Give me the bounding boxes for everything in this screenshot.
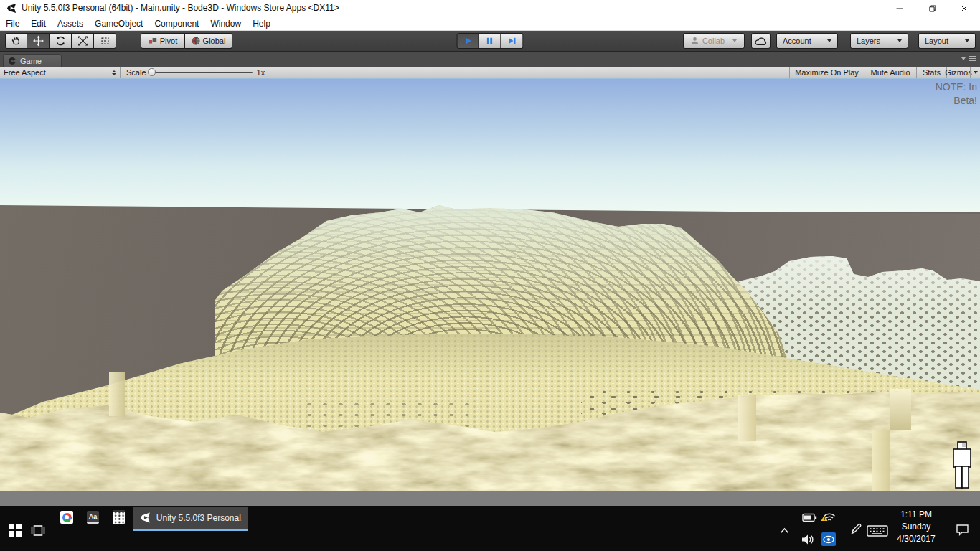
unity-taskbar-item[interactable]: Unity 5.5.0f3 Personal...	[133, 507, 248, 531]
menu-window[interactable]: Window	[204, 17, 247, 31]
transform-tools	[5, 33, 116, 49]
layers-dropdown[interactable]: Layers	[850, 33, 908, 49]
minimize-button[interactable]	[883, 0, 915, 17]
action-center-button[interactable]	[955, 523, 970, 540]
close-button[interactable]	[948, 0, 980, 17]
move-tool-button[interactable]	[27, 33, 50, 49]
menu-edit[interactable]: Edit	[25, 17, 52, 31]
account-dropdown[interactable]: Account	[776, 33, 838, 49]
scale-label: Scale	[126, 68, 146, 77]
global-icon	[192, 37, 200, 45]
game-view-icon	[8, 57, 17, 65]
game-viewport[interactable]: NOTE: In Beta!	[0, 79, 980, 491]
menu-gameobject[interactable]: GameObject	[89, 17, 149, 31]
gizmos-button[interactable]: Gizmos	[946, 67, 970, 78]
scale-slider-knob[interactable]	[148, 68, 156, 76]
cloud-group	[751, 33, 771, 49]
gizmos-caret-button[interactable]	[970, 67, 980, 78]
layout-label: Layout	[925, 37, 948, 45]
scale-tool-button[interactable]	[72, 33, 94, 49]
eye-care-tray-icon[interactable]	[821, 532, 836, 546]
rotate-tool-button[interactable]	[50, 33, 72, 49]
network-indicator[interactable]	[821, 510, 837, 526]
clock-date: 4/30/2017	[891, 533, 941, 545]
sky-gradient	[0, 79, 980, 212]
sand-block	[872, 430, 890, 491]
step-icon	[507, 36, 517, 46]
pen-icon	[849, 522, 863, 536]
battery-indicator[interactable]	[802, 512, 817, 525]
rect-tool-icon	[99, 35, 111, 47]
task-view-icon	[30, 524, 46, 537]
tab-game-label: Game	[20, 57, 42, 65]
play-icon	[463, 36, 473, 46]
sand-block	[890, 389, 911, 430]
eye-icon	[823, 535, 834, 544]
layers-caret-icon	[897, 39, 902, 42]
global-label: Global	[203, 37, 226, 45]
menu-assets[interactable]: Assets	[52, 17, 89, 31]
speaker-icon	[801, 533, 816, 546]
hand-tool-button[interactable]	[5, 33, 27, 49]
game-view-toolbar: Free Aspect Scale 1x Maximize On Play Mu…	[0, 67, 980, 79]
tab-dropdown-icon[interactable]	[961, 57, 966, 60]
window-bottom-strip	[0, 491, 980, 506]
start-button[interactable]	[9, 524, 22, 537]
restore-button[interactable]	[915, 0, 948, 17]
mute-audio-button[interactable]: Mute Audio	[864, 67, 916, 78]
layout-dropdown[interactable]: Layout	[918, 33, 976, 49]
unity-logo-icon	[6, 3, 17, 14]
pen-tray-icon[interactable]	[849, 522, 863, 539]
pause-button[interactable]	[479, 33, 501, 49]
calculator-taskbar-icon[interactable]	[113, 510, 125, 524]
maximize-on-play-button[interactable]: Maximize On Play	[789, 67, 864, 78]
account-caret-icon	[827, 39, 831, 42]
dictionary-taskbar-icon[interactable]: Aa	[87, 511, 99, 524]
scale-icon	[77, 35, 89, 47]
hidden-icons-button[interactable]	[779, 524, 790, 537]
account-group: Account	[776, 33, 838, 49]
move-icon	[32, 35, 44, 47]
battery-icon	[802, 513, 817, 522]
play-button[interactable]	[457, 33, 479, 49]
volume-indicator[interactable]	[801, 533, 816, 549]
layers-label: Layers	[857, 37, 880, 45]
stats-button[interactable]: Stats	[916, 67, 946, 78]
pivot-global-group: Pivot Global	[141, 33, 232, 49]
clock-time: 1:11 PM	[891, 509, 941, 521]
tab-menu-icon[interactable]	[969, 56, 976, 61]
menu-help[interactable]: Help	[247, 17, 276, 31]
collab-label: Collab	[702, 37, 725, 45]
collab-button[interactable]: Collab	[683, 33, 745, 49]
pivot-toggle-button[interactable]: Pivot	[141, 33, 185, 49]
taskbar-clock[interactable]: 1:11 PM Sunday 4/30/2017	[891, 509, 941, 545]
touch-keyboard-button[interactable]	[867, 524, 888, 540]
tab-game[interactable]: Game	[3, 54, 62, 67]
menu-component[interactable]: Component	[149, 17, 204, 31]
scale-value: 1x	[257, 68, 265, 77]
menu-file[interactable]: File	[0, 17, 25, 31]
pivot-label: Pivot	[160, 37, 177, 45]
title-bar: Unity 5.5.0f3 Personal (64bit) - Main.un…	[0, 0, 980, 17]
sand-block	[109, 372, 125, 416]
chrome-icon	[62, 513, 72, 522]
aspect-dropdown[interactable]: Free Aspect	[0, 67, 121, 78]
rect-tool-button[interactable]	[94, 33, 116, 49]
cloud-services-button[interactable]	[751, 33, 771, 49]
global-toggle-button[interactable]: Global	[185, 33, 232, 49]
task-view-button[interactable]	[30, 524, 46, 540]
collab-caret-icon	[732, 39, 737, 42]
collab-group: Collab	[683, 33, 745, 49]
aspect-label: Free Aspect	[4, 68, 106, 77]
chrome-taskbar-icon[interactable]	[60, 511, 73, 524]
scale-slider[interactable]	[151, 72, 253, 73]
collab-person-icon	[691, 37, 699, 45]
layout-group: Layout	[918, 33, 976, 49]
step-button[interactable]	[501, 33, 524, 49]
pause-icon	[485, 36, 495, 46]
action-center-icon	[955, 523, 970, 537]
hand-icon	[10, 35, 22, 47]
beta-note-overlay: NOTE: In Beta!	[928, 80, 977, 108]
view-tab-strip: Game	[0, 52, 980, 67]
player-character	[951, 441, 973, 491]
